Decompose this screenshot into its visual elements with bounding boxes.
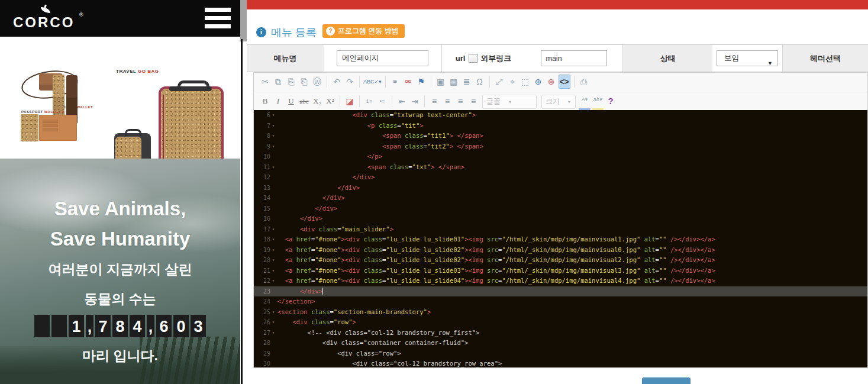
unlink-icon[interactable]: ⚮	[402, 75, 414, 89]
text-color-icon[interactable]: A▾	[579, 94, 591, 110]
paste-icon[interactable]: ⎘	[285, 75, 297, 89]
scrollbar-thumb[interactable]	[240, 0, 247, 41]
admin-panel: i 메뉴 등록 ? 프로그램 연동 방법 메뉴명 url 외부링크 상태 보임 …	[247, 0, 868, 384]
counter-digit-box	[34, 315, 50, 337]
font-select[interactable]: 글꼴▾	[482, 95, 537, 109]
special-char-icon[interactable]: Ω	[474, 75, 486, 89]
code-line: 30 <div class="col-12 brandstory_row_are…	[254, 359, 867, 367]
size-select[interactable]: 크기▾	[541, 95, 576, 109]
link-icon[interactable]: ⚭	[389, 75, 401, 89]
anchor-flag-icon[interactable]: ⚑	[415, 75, 427, 89]
undo-icon[interactable]: ↶	[331, 75, 343, 89]
product-slider[interactable]: NECKLACE WALLET PASSPORT WALLET 2 TRAVEL…	[0, 37, 240, 159]
line-number: 16	[254, 214, 270, 224]
code-line: 22▾ <a href="#none"><div class="lu_slide…	[254, 276, 867, 286]
fold-arrow-icon[interactable]: ▾	[270, 110, 276, 121]
toolbar-separator	[574, 76, 575, 88]
submit-button[interactable]	[642, 377, 690, 384]
print-icon[interactable]: ⎙	[578, 75, 590, 89]
paste-from-word-icon[interactable]: Ⓦ	[311, 75, 323, 89]
fold-arrow-icon[interactable]: ▾	[270, 307, 276, 318]
align-left-icon[interactable]: ≡	[428, 94, 440, 108]
menu-form-row: 메뉴명 url 외부링크 상태 보임 ▼ 헤더선택	[247, 44, 868, 72]
counter-digit-box: 0	[173, 315, 189, 337]
find-replace-icon[interactable]: ⌖	[506, 75, 518, 89]
hamburger-menu-icon[interactable]	[205, 8, 231, 29]
animal-counter: 1,784,603	[0, 315, 240, 337]
italic-icon[interactable]: I	[272, 94, 284, 108]
hero-title-line2: Save Humanity	[0, 228, 240, 250]
line-number: 21	[254, 266, 270, 276]
redo-icon[interactable]: ↷	[344, 75, 356, 89]
help-icon[interactable]: ?	[605, 94, 617, 108]
fold-arrow-icon[interactable]: ▾	[270, 266, 276, 276]
add-comment-icon[interactable]: ⊕	[533, 75, 544, 89]
indent-icon[interactable]: ⇥	[409, 94, 421, 108]
chevron-down-icon: ▼	[767, 56, 773, 71]
code-line: 11▾ <span class="txt"> </span>	[254, 162, 867, 173]
bg-color-icon[interactable]: ab▾	[592, 94, 604, 110]
registered-mark: ®	[79, 12, 83, 18]
url-label: url	[456, 54, 466, 63]
paste-as-text-icon[interactable]: ⎗	[298, 75, 310, 89]
corco-logo[interactable]: CORCO ®	[13, 4, 84, 34]
line-number: 27	[254, 328, 270, 338]
fold-arrow-icon[interactable]: ▾	[270, 224, 276, 235]
maximize-icon[interactable]: ⤢	[493, 75, 505, 89]
toolbar-separator	[431, 76, 431, 88]
hero-section: Save Animals, Save Humanity 여러분이 지금까지 살린…	[0, 159, 240, 384]
preview-scrollbar	[240, 0, 247, 384]
strikethrough-icon[interactable]: abc	[298, 94, 310, 108]
hero-title-line1: Save Animals,	[0, 198, 240, 220]
line-number: 15	[254, 204, 270, 214]
fold-arrow-icon[interactable]: ▾	[270, 328, 276, 338]
fold-arrow-icon[interactable]: ▾	[270, 276, 276, 286]
remove-comment-icon[interactable]: ⊛	[546, 75, 557, 89]
fold-arrow-icon[interactable]: ▾	[270, 162, 276, 173]
line-number: 25	[254, 307, 270, 318]
url-input[interactable]	[541, 50, 607, 66]
table-icon[interactable]: ▦	[448, 75, 460, 89]
fold-arrow-icon[interactable]: ▾	[270, 245, 276, 256]
external-link-checkbox[interactable]	[469, 54, 477, 63]
program-link-help-button[interactable]: ? 프로그램 연동 방법	[322, 24, 405, 38]
align-right-icon[interactable]: ≡	[454, 94, 466, 108]
toolbar-separator	[359, 95, 360, 107]
align-justify-icon[interactable]: ≡	[467, 94, 479, 108]
code-line: 20▾ <a href="#none"><div class="lu_slide…	[254, 255, 867, 266]
fold-spacer	[270, 193, 276, 204]
line-number: 20	[254, 255, 270, 266]
menu-name-input[interactable]	[337, 50, 428, 66]
travel-go-bag-label: TRAVEL GO BAG	[116, 69, 159, 74]
line-number: 18	[254, 234, 270, 245]
fold-arrow-icon[interactable]: ▾	[270, 234, 276, 245]
cut-icon[interactable]: ✂	[259, 75, 271, 89]
image-icon[interactable]: ▣	[435, 75, 447, 89]
remove-format-icon[interactable]: ◪	[344, 94, 356, 108]
fold-arrow-icon[interactable]: ▾	[270, 141, 276, 152]
fold-arrow-icon[interactable]: ▾	[270, 131, 276, 141]
source-code-area[interactable]: 6▾ <div class="txtwrap text-center">7▾ <…	[254, 110, 867, 367]
bold-icon[interactable]: B	[259, 94, 271, 108]
fold-arrow-icon[interactable]: ▾	[270, 255, 276, 266]
superscript-icon[interactable]: X²	[324, 94, 336, 108]
fold-arrow-icon[interactable]: ▾	[270, 317, 276, 328]
copy-icon[interactable]: ⧉	[272, 75, 284, 89]
outdent-icon[interactable]: ⇤	[396, 94, 408, 108]
question-icon: ?	[326, 27, 335, 36]
subscript-icon[interactable]: X₂	[311, 94, 323, 108]
select-all-icon[interactable]: ⬚	[519, 75, 531, 89]
small-backpack-image	[114, 133, 151, 159]
leaf-icon	[39, 5, 52, 14]
align-center-icon[interactable]: ≡	[441, 94, 453, 108]
bulleted-list-icon[interactable]: •≡	[376, 94, 388, 108]
underline-icon[interactable]: U	[285, 94, 297, 108]
source-icon[interactable]: <>	[559, 75, 570, 89]
numbered-list-icon[interactable]: 1≡	[363, 94, 375, 108]
code-line: 25▾<section class="section-main-brandsto…	[254, 307, 867, 318]
line-number: 19	[254, 245, 270, 256]
horizontal-rule-icon[interactable]: ≣	[461, 75, 473, 89]
status-select[interactable]: 보임 ▼	[717, 50, 778, 66]
fold-arrow-icon[interactable]: ▾	[270, 121, 276, 131]
spellcheck-icon[interactable]: ABC✓▾	[363, 75, 382, 89]
